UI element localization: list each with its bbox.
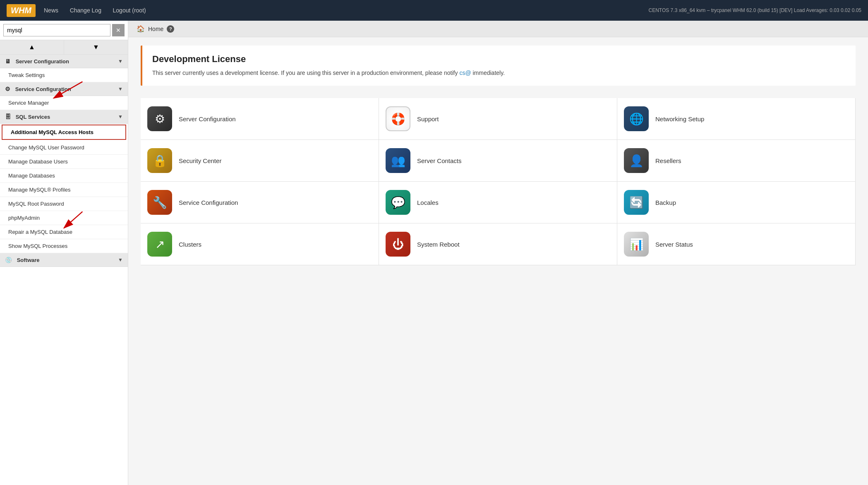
server-label: Server Configuration — [179, 115, 236, 122]
networking-label: Networking Setup — [655, 115, 704, 122]
help-icon[interactable]: ? — [167, 25, 174, 33]
backup-label: Backup — [655, 199, 676, 206]
software-expand[interactable]: ▼ — [118, 257, 123, 263]
topbar: WHM News Change Log Logout (root) CENTOS… — [0, 0, 868, 21]
sidebar-item-mysql-root-password[interactable]: MySQL Root Password — [0, 197, 128, 211]
grid-item-server-status[interactable]: 📊Server Status — [617, 223, 856, 265]
security-icon: 🔒 — [147, 148, 172, 173]
server-status-label: Server Status — [655, 241, 693, 248]
networking-icon: 🌐 — [624, 106, 649, 131]
grid-item-clusters[interactable]: ↗Clusters — [141, 223, 379, 265]
nav-changelog[interactable]: Change Log — [70, 7, 101, 14]
grid-item-security[interactable]: 🔒Security Center — [141, 140, 379, 182]
section-service-config[interactable]: ⚙ Service Configuration ▼ — [0, 82, 128, 96]
breadcrumb-home[interactable]: Home — [148, 26, 163, 32]
icon-grid: ⚙Server Configuration🛟Support🌐Networking… — [141, 98, 856, 265]
sql-services-icon: 🗄 — [5, 113, 11, 120]
breadcrumb-bar: 🏠 Home ? — [128, 21, 868, 37]
grid-item-server[interactable]: ⚙Server Configuration — [141, 98, 379, 140]
reboot-label: System Reboot — [417, 241, 460, 248]
service-config-icon: ⚙ — [5, 86, 10, 92]
service-config-expand[interactable]: ▼ — [118, 86, 123, 92]
sidebar-item-manage-databases[interactable]: Manage Databases — [0, 169, 128, 183]
resellers-label: Resellers — [655, 157, 681, 164]
top-nav: News Change Log Logout (root) — [44, 7, 156, 14]
reboot-icon: ⏻ — [386, 232, 410, 257]
nav-up-button[interactable]: ▲ — [0, 40, 64, 54]
nav-arrows: ▲ ▼ — [0, 40, 128, 55]
search-box: ✕ — [0, 21, 128, 40]
locales-icon: 💬 — [386, 190, 410, 215]
resellers-icon: 👤 — [624, 148, 649, 173]
sidebar-item-phpmyadmin[interactable]: phpMyAdmin — [0, 211, 128, 225]
backup-icon: 🔄 — [624, 190, 649, 215]
main-layout: ✕ ▲ ▼ 🖥 Server Configuration ▼ Tweak Set… — [0, 21, 868, 485]
dev-license-title: Development License — [152, 54, 846, 65]
server-icon: ⚙ — [147, 106, 172, 131]
sidebar: ✕ ▲ ▼ 🖥 Server Configuration ▼ Tweak Set… — [0, 21, 128, 485]
sidebar-item-additional-mysql-hosts[interactable]: Additional MySQL Access Hosts — [2, 125, 126, 140]
server-config-expand[interactable]: ▼ — [118, 58, 123, 64]
clusters-label: Clusters — [179, 241, 201, 248]
sidebar-item-repair-mysql[interactable]: Repair a MySQL Database — [0, 225, 128, 239]
dev-license-body: This server currently uses a development… — [152, 69, 846, 77]
support-label: Support — [417, 115, 439, 122]
grid-item-backup[interactable]: 🔄Backup — [617, 182, 856, 223]
software-icon: 💿 — [5, 257, 12, 263]
nav-logout[interactable]: Logout (root) — [113, 7, 146, 14]
sidebar-item-manage-db-users[interactable]: Manage Database Users — [0, 155, 128, 169]
server-contacts-label: Server Contacts — [417, 157, 462, 164]
content-area: Development License This server currentl… — [128, 37, 868, 274]
sidebar-item-tweak-settings[interactable]: Tweak Settings — [0, 68, 128, 82]
grid-item-resellers[interactable]: 👤Resellers — [617, 140, 856, 182]
server-status-icon: 📊 — [624, 232, 649, 257]
security-label: Security Center — [179, 157, 221, 164]
sidebar-item-show-mysql-processes[interactable]: Show MySQL Processes — [0, 239, 128, 253]
section-sql-services[interactable]: 🗄 SQL Services ▼ — [0, 110, 128, 124]
clear-search-button[interactable]: ✕ — [112, 24, 125, 36]
grid-item-server-contacts[interactable]: 👥Server Contacts — [379, 140, 617, 182]
clusters-icon: ↗ — [147, 232, 172, 257]
grid-item-support[interactable]: 🛟Support — [379, 98, 617, 140]
dev-license-box: Development License This server currentl… — [141, 46, 856, 86]
sql-services-expand[interactable]: ▼ — [118, 114, 123, 120]
sidebar-item-service-manager[interactable]: Service Manager — [0, 96, 128, 110]
support-icon: 🛟 — [386, 106, 410, 131]
grid-item-locales[interactable]: 💬Locales — [379, 182, 617, 223]
nav-news[interactable]: News — [44, 7, 58, 14]
grid-item-reboot[interactable]: ⏻System Reboot — [379, 223, 617, 265]
section-software[interactable]: 💿 Software ▼ — [0, 253, 128, 267]
server-info: CENTOS 7.3 x86_64 kvm – trycpanel WHM 62… — [649, 7, 862, 13]
main-content: 🏠 Home ? Development License This server… — [128, 21, 868, 485]
locales-label: Locales — [417, 199, 439, 206]
grid-item-service-config[interactable]: 🔧Service Configuration — [141, 182, 379, 223]
server-contacts-icon: 👥 — [386, 148, 410, 173]
grid-item-networking[interactable]: 🌐Networking Setup — [617, 98, 856, 140]
whm-logo: WHM — [7, 4, 36, 17]
server-config-icon: 🖥 — [5, 58, 11, 65]
search-input[interactable] — [3, 24, 110, 36]
service-config-label: Service Configuration — [179, 199, 238, 206]
home-icon: 🏠 — [137, 25, 145, 33]
sidebar-item-change-mysql-password[interactable]: Change MySQL User Password — [0, 141, 128, 155]
nav-down-button[interactable]: ▼ — [64, 40, 128, 54]
section-server-config[interactable]: 🖥 Server Configuration ▼ — [0, 55, 128, 68]
sidebar-item-manage-mysql-profiles[interactable]: Manage MySQL® Profiles — [0, 183, 128, 197]
service-config-icon: 🔧 — [147, 190, 172, 215]
cs-email-link[interactable]: cs@ — [459, 70, 471, 76]
